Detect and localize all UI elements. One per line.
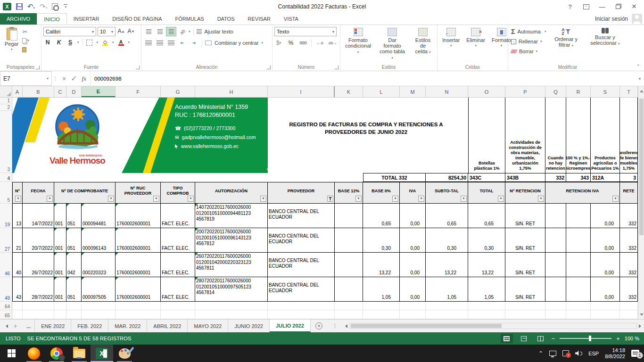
sheet-overflow-button[interactable]: ... bbox=[23, 320, 35, 332]
category-cell-q[interactable]: Cuando no hay retencion bbox=[545, 98, 566, 173]
cell-iva[interactable]: 0,00 bbox=[400, 277, 426, 302]
increase-decimal-icon[interactable]: ←.0 bbox=[315, 39, 324, 47]
cell-base12[interactable] bbox=[335, 277, 363, 302]
cell[interactable] bbox=[545, 204, 566, 228]
row-header[interactable]: 5 bbox=[0, 182, 12, 204]
column-header[interactable]: I bbox=[268, 86, 335, 97]
zoom-level[interactable]: 100 % bbox=[625, 336, 639, 341]
column-header[interactable]: T bbox=[620, 86, 638, 97]
alignment-dialog-launcher[interactable] bbox=[267, 66, 271, 69]
header-proveedor[interactable]: PROVEEDOR bbox=[268, 182, 335, 204]
cell-total[interactable]: 13,22 bbox=[468, 253, 505, 277]
header-retencion-iva[interactable]: RETENCION IVA▼ bbox=[545, 182, 620, 204]
font-size-combobox[interactable]: 10▾ bbox=[98, 27, 116, 36]
header-base12[interactable]: BASE 12%▼ bbox=[335, 182, 363, 204]
bold-button[interactable]: N bbox=[43, 38, 52, 47]
cell-fecha[interactable]: 26/7/2022 bbox=[23, 253, 54, 277]
formula-input[interactable]: 000092698 bbox=[91, 71, 636, 86]
cell[interactable] bbox=[566, 253, 591, 277]
conditional-formatting-button[interactable]: Formato condicional ▾ bbox=[342, 27, 374, 63]
vertical-scroll-thumb[interactable] bbox=[639, 99, 644, 235]
column-header[interactable]: B bbox=[23, 86, 54, 97]
align-right-icon[interactable] bbox=[166, 38, 176, 48]
filter-dropdown-icon[interactable]: ▼ bbox=[47, 196, 53, 202]
total-cell-p[interactable]: 343B bbox=[505, 173, 545, 182]
cell[interactable]: 000220323 bbox=[82, 253, 116, 277]
category-cell-p[interactable]: Actividades de construcción de obra mate… bbox=[505, 98, 545, 173]
percent-format-button[interactable]: % bbox=[287, 39, 295, 47]
clear-button[interactable]: Borrar▾ bbox=[511, 48, 546, 55]
cell-subtotal[interactable]: 0,65 bbox=[426, 204, 468, 228]
cell[interactable]: 332 bbox=[620, 277, 638, 302]
zoom-slider[interactable] bbox=[560, 338, 611, 339]
cell-total[interactable]: 0,30 bbox=[468, 228, 505, 253]
column-header-selected[interactable]: E bbox=[82, 86, 116, 97]
sheet-tab-mar[interactable]: MAR. 2022 bbox=[108, 320, 147, 332]
scroll-down-icon[interactable] bbox=[638, 310, 644, 319]
sort-filter-button[interactable]: AZ Ordenar y filtrar ▾ bbox=[550, 27, 582, 63]
cell-autorizacion[interactable]: 260720220117600026000 012001042000220323… bbox=[195, 253, 268, 277]
cell-fecha[interactable]: 14/7/2022 bbox=[23, 204, 54, 228]
report-title-cell[interactable]: REGISTRO DE FACTURAS DE COMPRA Y RETENCI… bbox=[268, 98, 468, 173]
cell-numero[interactable]: 40 bbox=[12, 253, 23, 277]
column-header[interactable]: P bbox=[505, 86, 545, 97]
help-button[interactable]: ? bbox=[563, 1, 577, 12]
header-fecha[interactable]: FECHA▼ bbox=[23, 182, 54, 204]
cell-total[interactable]: 1,05 bbox=[468, 277, 505, 302]
cell-proveedor[interactable]: BANCO CENTRAL DEL ECUADOR bbox=[268, 253, 335, 277]
row-header[interactable]: 1 bbox=[0, 98, 12, 104]
paste-button[interactable]: Pegar ▾ bbox=[2, 27, 21, 63]
sheet-tab-ene[interactable]: ENE 2022 bbox=[35, 320, 71, 332]
cell-iva[interactable]: 0,00 bbox=[400, 253, 426, 277]
filter-dropdown-icon[interactable]: ▼ bbox=[498, 196, 504, 202]
action-center-icon[interactable]: ! bbox=[562, 350, 569, 356]
cell[interactable] bbox=[545, 253, 566, 277]
column-header[interactable]: M bbox=[400, 86, 426, 97]
align-center-icon[interactable] bbox=[155, 38, 165, 48]
category-cell-r[interactable]: 100 % y 1%.- Regimen microempresa bbox=[566, 98, 591, 173]
total-cell-q[interactable]: 332 bbox=[545, 173, 566, 182]
customize-quick-access-icon[interactable]: ▾ bbox=[64, 4, 67, 9]
decrease-decimal-icon[interactable]: .00→ bbox=[328, 39, 337, 47]
cell-nretencion[interactable]: SIN. RET bbox=[505, 228, 545, 253]
tab-vista[interactable]: VISTA bbox=[277, 13, 305, 25]
column-header[interactable]: G bbox=[161, 86, 195, 97]
cell-nretencion[interactable]: SIN. RET bbox=[505, 277, 545, 302]
cell[interactable]: 051 bbox=[66, 228, 82, 253]
header-tipo[interactable]: TIPO COMPROB▼ bbox=[161, 182, 195, 204]
cell-base12[interactable] bbox=[335, 204, 363, 228]
cell[interactable]: 042 bbox=[66, 253, 82, 277]
header-numero[interactable]: Nº▼ bbox=[12, 182, 23, 204]
delete-cells-button[interactable]: × Eliminar▾ bbox=[463, 27, 488, 63]
thousands-format-button[interactable]: 000 bbox=[299, 39, 307, 47]
cell-total[interactable]: 0,65 bbox=[468, 204, 505, 228]
avatar[interactable] bbox=[632, 14, 642, 24]
taskbar-excel[interactable]: X bbox=[91, 345, 113, 362]
filter-dropdown-icon[interactable]: ▼ bbox=[15, 196, 21, 202]
tab-archivo[interactable]: ARCHIVO bbox=[0, 13, 37, 25]
cell[interactable]: 332 bbox=[620, 228, 638, 253]
row-header[interactable]: 65 bbox=[0, 310, 12, 319]
sheet-tab-junio[interactable]: JUNIO 2022 bbox=[228, 320, 270, 332]
filter-dropdown-icon[interactable]: ▼ bbox=[418, 196, 424, 202]
format-as-table-button[interactable]: Dar formato como tabla ▾ bbox=[376, 27, 409, 63]
header-autorizacion[interactable]: AUTORIZACIÓN▼ bbox=[195, 182, 268, 204]
cell-ruc[interactable]: 1760002600001 bbox=[116, 228, 161, 253]
column-header[interactable]: Q bbox=[545, 86, 566, 97]
cell-ruc[interactable]: 1760002600001 bbox=[116, 277, 161, 302]
total-cell-t[interactable]: 3 bbox=[620, 173, 638, 182]
first-sheet-icon[interactable] bbox=[6, 324, 8, 328]
cell[interactable]: 001 bbox=[54, 277, 66, 302]
orientation-icon[interactable]: ab bbox=[175, 25, 190, 38]
page-layout-view-button[interactable] bbox=[518, 334, 530, 343]
cell-tipo[interactable]: FACT. ELEC. bbox=[161, 228, 195, 253]
filter-dropdown-icon[interactable]: ▼ bbox=[153, 196, 159, 202]
row-header[interactable]: 49 bbox=[0, 277, 12, 302]
row-header[interactable]: 27 bbox=[0, 228, 12, 253]
sign-in-link[interactable]: Iniciar sesión bbox=[595, 16, 628, 22]
minimize-button[interactable]: — bbox=[595, 1, 609, 12]
cell[interactable]: 000094481 bbox=[82, 204, 116, 228]
row-header[interactable]: 3 bbox=[0, 111, 12, 173]
cell-proveedor[interactable]: BANCO CENTRAL DEL ECUADOR bbox=[268, 204, 335, 228]
cell-fecha[interactable]: 20/7/2022 bbox=[23, 228, 54, 253]
